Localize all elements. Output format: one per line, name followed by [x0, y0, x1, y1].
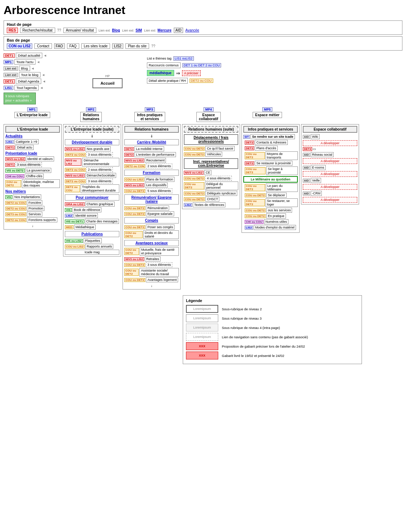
mediatheque-row: médiathèque ⇒ A préciser: [147, 70, 398, 76]
legend-row4: Loremipsum Lien de navigation sans conte…: [186, 333, 359, 341]
actualites-section: Actualités LIS1 Catégorie 1->9 DET1 Déta…: [5, 134, 60, 150]
box-detail-agenda: Détail Agenda: [16, 79, 41, 84]
legend-row6: XXX Gabarit livré le 19/02 et présenté l…: [186, 352, 359, 359]
nav-item-blog: Lien ext Blog ◄: [4, 66, 75, 71]
raccourcis-badge: DET 1 ou DET 2 ou COU: [182, 63, 221, 67]
sep1: ??: [57, 28, 61, 32]
col4-title: Relations humaines (suite): [184, 126, 238, 133]
lis1-badge1: LIS1: [4, 86, 13, 90]
lien-ext-b1: Lien ext: [4, 66, 18, 71]
mp5-badge-main: MP5: [262, 107, 273, 112]
mercure-link[interactable]: Mercure: [158, 28, 172, 32]
raccourcis-row: Raccourcis contenus DET 1 ou DET 2 ou CO…: [147, 62, 398, 68]
nav-item-det1-actualite: DET1 Détail actualité ◄: [4, 53, 75, 58]
lien-ext-label2: Lien ext: [122, 29, 134, 32]
mp4-label: Espacecollaboratif: [196, 112, 221, 122]
diagram-area: DET1 Détail actualité ◄ MP1 Toute l'actu…: [4, 53, 398, 364]
lis2-tag: LIS2: [112, 43, 123, 49]
nav-item-det1-agenda: DET1 Détail Agenda ◄: [4, 79, 75, 84]
carriere-section: Carrière /Mobilité DET2 La mobilité Inte…: [124, 139, 179, 169]
haut-label: Haut de page: [7, 22, 399, 27]
legend-row5: XXX Proposition de gabarit préciser lors…: [186, 342, 359, 350]
presentation-header: Présentation Icade: [5, 151, 60, 155]
legend-desc3: Sous rubrique de niveau 4 (intra page): [222, 326, 280, 330]
blog-link[interactable]: Blog: [112, 28, 120, 32]
list-themes-label: List e thèmes tag: [147, 57, 172, 60]
col1-title: L'Entreprise Icade: [5, 126, 60, 133]
formation-section: Formation COU ou LIS2 Plans de formation…: [124, 170, 179, 193]
aid-tag: AID: [174, 28, 183, 33]
content-columns: L'Entreprise Icade Actualités LIS1 Catég…: [4, 124, 398, 289]
top-flow: DET1 Détail actualité ◄ MP1 Toute l'actu…: [4, 53, 398, 104]
legend-row1: Loremipsum Sous-rubrique de niveau 2: [186, 305, 359, 313]
res-tag: RES: [7, 28, 18, 33]
left-nav-items: DET1 Détail actualité ◄ MP1 Toute l'actu…: [4, 53, 75, 104]
nav-item-tout-blog: Lien ext Tout le blog ◄: [4, 72, 75, 77]
haut-bar: RES Recherche/résultat ?? Annuaire/ résu…: [7, 28, 399, 33]
mp5-node: MP5 Espace métier: [239, 107, 296, 118]
col5-title: Infos pratiques et services: [243, 126, 298, 133]
box-tout-blog: Tout le blog: [19, 72, 41, 77]
recherche-box[interactable]: Recherche/résultat: [20, 28, 55, 33]
box-toute-actu: Toute l'actu: [14, 59, 36, 65]
detail-alerte-row: Détail alerte pratique / RH DET2 ou COU: [147, 78, 398, 84]
deplacements-section: Déplacements / frais professionnels COU …: [184, 134, 238, 157]
mp-row: MP1 L'Entreprise Icade MP2 Relationshuma…: [4, 107, 398, 122]
nav-item-mp1-toute: MP1 Toute l'actu ◄: [4, 59, 75, 65]
det1-badge2: DET1: [4, 79, 15, 84]
mp1-node: MP1 L'Entreprise Icade: [4, 107, 61, 118]
mp3-node: MP3 Infos pratiqueset services: [121, 107, 178, 122]
raccourcis-label: Raccourcis contenus: [147, 62, 181, 68]
plan-box[interactable]: Plan du site: [125, 43, 149, 49]
header-section: Haut de page RES Recherche/résultat ?? A…: [4, 20, 402, 35]
list-themes-row: List e thèmes tag LIS1 ouLIS2: [147, 56, 398, 61]
col3-rh: Relations humaines ⇓ Carrière /Mobilité …: [123, 124, 181, 289]
contact-box[interactable]: Contact: [34, 43, 52, 49]
millenaire-section: Le Millénaire au quotidien COU ou DET2 L…: [243, 176, 298, 230]
pour-communiquer: Pour communiquer GRA ou LIS2 Chartes gra…: [65, 194, 119, 230]
publications: Publications VIS ou LIS2 Plaquettes COU …: [65, 231, 119, 255]
a-preciser-box: A préciser: [182, 70, 201, 76]
center-hp: HP Accueil: [75, 53, 140, 88]
avancee-link[interactable]: Avancée: [185, 28, 199, 32]
dev-durable: Développement durable NIV3 ou LIS2 Nos g…: [65, 139, 119, 193]
sep2: ??: [151, 44, 155, 48]
col1-entreprise: L'Entreprise Icade Actualités LIS1 Catég…: [4, 124, 62, 230]
accueil-box: Accueil: [92, 78, 122, 88]
bas-section: Bas de page CON ou LIS2 Contact FAO FAQ …: [4, 36, 402, 51]
detail-alerte-label: Détail alerte pratique / RH: [147, 78, 188, 84]
annuaire-box[interactable]: Annuaire/ résultat: [63, 28, 96, 33]
actualites-header: Actualités: [5, 134, 60, 138]
se-rendre-section: SIT Se rendre sur un site Icade DET2 Con…: [243, 134, 298, 175]
legend-row2: Loremipsum Sous rubrique de niveau 3: [186, 314, 359, 322]
sim-link[interactable]: SIM: [135, 28, 142, 32]
col2-title: L'Entreprise Icade (suite): [65, 126, 119, 133]
remuneration-section: Rémunération/ Epargne /salaire COU ou DE…: [124, 194, 179, 216]
mp4-node: MP4 Espacecollaboratif: [180, 107, 237, 122]
mp1-badge1: MP1: [4, 60, 13, 64]
green-note-box: 9 sous rubriques pour « actualités »: [4, 93, 36, 104]
mp3-badge-main: MP3: [145, 107, 155, 112]
les-sites-box[interactable]: Les sites Icade: [81, 43, 110, 49]
nos-metiers-section: Nos métiers VIS Nos implantations DET2 o…: [5, 189, 60, 222]
mp1-label: L'Entreprise Icade: [14, 112, 50, 118]
legend-box: Légende Loremipsum Sous-rubrique de nive…: [183, 295, 362, 364]
right-tags-area: List e thèmes tag LIS1 ouLIS2 Raccourcis…: [140, 53, 398, 84]
legend-desc5: Proposition de gabarit préciser lors de …: [222, 344, 305, 348]
page-title: Arborescence Intranet: [4, 4, 402, 17]
legend-title: Légende: [186, 298, 359, 303]
nos-metiers-header: Nos métiers: [5, 189, 60, 193]
box-blog: Blog: [19, 66, 30, 71]
faq-box[interactable]: FAQ: [67, 43, 79, 49]
col5-infos: Infos pratiques et services SIT Se rendr…: [242, 124, 300, 233]
bas-bar: CON ou LIS2 Contact FAO FAQ Les sites Ic…: [7, 43, 399, 49]
det2-cou-badge: DET2 ou COU: [190, 79, 213, 83]
avantages-section: Avantages sociaux COU ou DET2 Mutuelle, …: [124, 240, 179, 282]
legend-desc1: Sous-rubrique de niveau 2: [222, 307, 262, 311]
mp2-badge-main: MP2: [86, 107, 96, 112]
lien-ext-b2: Lien ext: [4, 73, 18, 77]
mp2-node: MP2 Relationshumaines: [62, 107, 120, 122]
lis1-lis2-badge: LIS1 ouLIS2: [173, 56, 194, 61]
presentation-section: Présentation Icade NIV3 ou LIS2 Identité…: [5, 151, 60, 188]
con-tag: CON ou LIS2: [7, 43, 32, 49]
